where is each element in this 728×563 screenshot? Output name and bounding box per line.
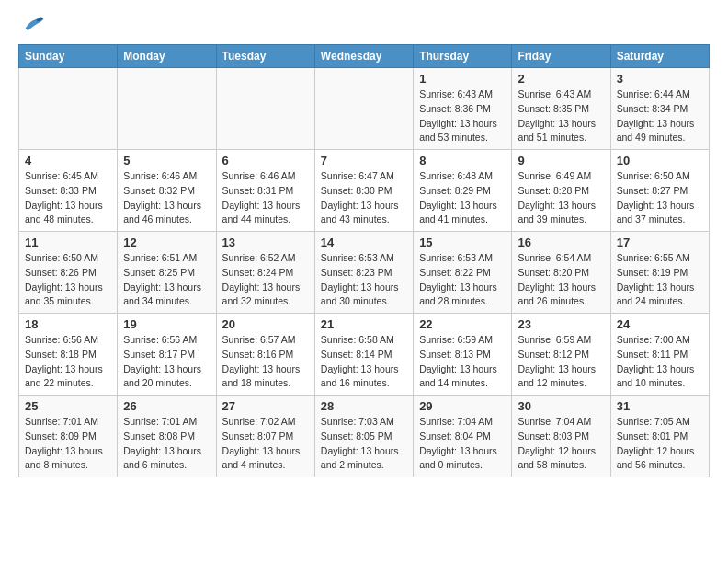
- cell-info: Sunrise: 6:51 AMSunset: 8:25 PMDaylight:…: [123, 251, 210, 309]
- cell-info: Sunrise: 7:02 AMSunset: 8:07 PMDaylight:…: [222, 415, 309, 473]
- cell-info: Sunrise: 6:56 AMSunset: 8:17 PMDaylight:…: [123, 333, 210, 391]
- weekday-header-sunday: Sunday: [19, 45, 118, 68]
- calendar-cell: 15 Sunrise: 6:53 AMSunset: 8:22 PMDaylig…: [414, 232, 512, 314]
- cell-day-number: 25: [25, 399, 111, 413]
- cell-day-number: 11: [25, 236, 111, 249]
- cell-info: Sunrise: 6:54 AMSunset: 8:20 PMDaylight:…: [518, 251, 604, 309]
- calendar-cell: [118, 68, 216, 150]
- calendar-cell: 30 Sunrise: 7:04 AMSunset: 8:03 PMDaylig…: [512, 396, 610, 477]
- cell-info: Sunrise: 6:58 AMSunset: 8:14 PMDaylight:…: [321, 333, 407, 391]
- cell-info: Sunrise: 7:04 AMSunset: 8:04 PMDaylight:…: [419, 415, 506, 473]
- cell-day-number: 27: [222, 399, 309, 413]
- cell-info: Sunrise: 7:05 AMSunset: 8:01 PMDaylight:…: [617, 415, 703, 473]
- cell-info: Sunrise: 6:55 AMSunset: 8:19 PMDaylight:…: [617, 251, 703, 309]
- calendar-cell: 5 Sunrise: 6:46 AMSunset: 8:32 PMDayligh…: [118, 150, 216, 232]
- calendar-table: SundayMondayTuesdayWednesdayThursdayFrid…: [18, 44, 710, 477]
- cell-info: Sunrise: 7:04 AMSunset: 8:03 PMDaylight:…: [518, 415, 604, 473]
- cell-day-number: 14: [321, 236, 407, 249]
- cell-day-number: 1: [419, 72, 506, 86]
- cell-day-number: 18: [25, 317, 111, 331]
- header: [18, 15, 710, 35]
- cell-day-number: 23: [518, 317, 604, 331]
- calendar-cell: 7 Sunrise: 6:47 AMSunset: 8:30 PMDayligh…: [314, 150, 413, 232]
- cell-info: Sunrise: 6:53 AMSunset: 8:23 PMDaylight:…: [321, 251, 407, 309]
- cell-day-number: 9: [518, 154, 604, 167]
- calendar-week-3: 11 Sunrise: 6:50 AMSunset: 8:26 PMDaylig…: [19, 232, 710, 314]
- cell-info: Sunrise: 6:45 AMSunset: 8:33 PMDaylight:…: [25, 169, 111, 227]
- cell-info: Sunrise: 7:01 AMSunset: 8:08 PMDaylight:…: [123, 415, 210, 473]
- cell-day-number: 20: [222, 317, 309, 331]
- cell-info: Sunrise: 6:59 AMSunset: 8:13 PMDaylight:…: [419, 333, 506, 391]
- cell-info: Sunrise: 6:50 AMSunset: 8:26 PMDaylight:…: [25, 251, 111, 309]
- calendar-cell: 8 Sunrise: 6:48 AMSunset: 8:29 PMDayligh…: [414, 150, 512, 232]
- calendar-cell: 12 Sunrise: 6:51 AMSunset: 8:25 PMDaylig…: [118, 232, 216, 314]
- calendar-cell: 28 Sunrise: 7:03 AMSunset: 8:05 PMDaylig…: [314, 396, 413, 477]
- calendar-cell: [216, 68, 314, 150]
- calendar-cell: 9 Sunrise: 6:49 AMSunset: 8:28 PMDayligh…: [512, 150, 610, 232]
- calendar-cell: 31 Sunrise: 7:05 AMSunset: 8:01 PMDaylig…: [610, 396, 709, 477]
- cell-info: Sunrise: 6:52 AMSunset: 8:24 PMDaylight:…: [222, 251, 309, 309]
- cell-day-number: 15: [419, 236, 506, 249]
- cell-info: Sunrise: 6:46 AMSunset: 8:31 PMDaylight:…: [222, 169, 309, 227]
- cell-day-number: 12: [123, 236, 210, 249]
- weekday-header-wednesday: Wednesday: [314, 45, 413, 68]
- cell-day-number: 30: [518, 399, 604, 413]
- calendar-cell: 3 Sunrise: 6:44 AMSunset: 8:34 PMDayligh…: [610, 68, 709, 150]
- cell-info: Sunrise: 7:03 AMSunset: 8:05 PMDaylight:…: [321, 415, 407, 473]
- weekday-header-monday: Monday: [118, 45, 216, 68]
- cell-info: Sunrise: 6:47 AMSunset: 8:30 PMDaylight:…: [321, 169, 407, 227]
- calendar-week-1: 1 Sunrise: 6:43 AMSunset: 8:36 PMDayligh…: [19, 68, 710, 150]
- cell-day-number: 10: [617, 154, 703, 167]
- calendar-week-5: 25 Sunrise: 7:01 AMSunset: 8:09 PMDaylig…: [19, 396, 710, 477]
- calendar-week-4: 18 Sunrise: 6:56 AMSunset: 8:18 PMDaylig…: [19, 314, 710, 396]
- cell-day-number: 2: [518, 72, 604, 86]
- calendar-cell: 14 Sunrise: 6:53 AMSunset: 8:23 PMDaylig…: [314, 232, 413, 314]
- cell-info: Sunrise: 6:59 AMSunset: 8:12 PMDaylight:…: [518, 333, 604, 391]
- cell-info: Sunrise: 6:53 AMSunset: 8:22 PMDaylight:…: [419, 251, 506, 309]
- calendar-cell: 24 Sunrise: 7:00 AMSunset: 8:11 PMDaylig…: [610, 314, 709, 396]
- calendar-cell: 22 Sunrise: 6:59 AMSunset: 8:13 PMDaylig…: [414, 314, 512, 396]
- weekday-header-tuesday: Tuesday: [216, 45, 314, 68]
- calendar-week-2: 4 Sunrise: 6:45 AMSunset: 8:33 PMDayligh…: [19, 150, 710, 232]
- cell-day-number: 22: [419, 317, 506, 331]
- cell-info: Sunrise: 7:01 AMSunset: 8:09 PMDaylight:…: [25, 415, 111, 473]
- calendar-cell: 18 Sunrise: 6:56 AMSunset: 8:18 PMDaylig…: [19, 314, 118, 396]
- cell-info: Sunrise: 6:56 AMSunset: 8:18 PMDaylight:…: [25, 333, 111, 391]
- calendar-cell: 2 Sunrise: 6:43 AMSunset: 8:35 PMDayligh…: [512, 68, 610, 150]
- cell-day-number: 24: [617, 317, 703, 331]
- cell-info: Sunrise: 6:44 AMSunset: 8:34 PMDaylight:…: [617, 87, 703, 145]
- cell-day-number: 29: [419, 399, 506, 413]
- cell-day-number: 8: [419, 154, 506, 167]
- calendar-cell: 21 Sunrise: 6:58 AMSunset: 8:14 PMDaylig…: [314, 314, 413, 396]
- cell-info: Sunrise: 6:48 AMSunset: 8:29 PMDaylight:…: [419, 169, 506, 227]
- cell-day-number: 26: [123, 399, 210, 413]
- cell-day-number: 4: [25, 154, 111, 167]
- calendar-cell: 29 Sunrise: 7:04 AMSunset: 8:04 PMDaylig…: [414, 396, 512, 477]
- calendar-cell: 4 Sunrise: 6:45 AMSunset: 8:33 PMDayligh…: [19, 150, 118, 232]
- cell-day-number: 3: [617, 72, 703, 86]
- cell-day-number: 19: [123, 317, 210, 331]
- calendar-body: 1 Sunrise: 6:43 AMSunset: 8:36 PMDayligh…: [19, 68, 710, 477]
- cell-day-number: 21: [321, 317, 407, 331]
- calendar-cell: 25 Sunrise: 7:01 AMSunset: 8:09 PMDaylig…: [19, 396, 118, 477]
- calendar-cell: 27 Sunrise: 7:02 AMSunset: 8:07 PMDaylig…: [216, 396, 314, 477]
- cell-info: Sunrise: 6:43 AMSunset: 8:36 PMDaylight:…: [419, 87, 506, 145]
- cell-day-number: 7: [321, 154, 407, 167]
- calendar-cell: 19 Sunrise: 6:56 AMSunset: 8:17 PMDaylig…: [118, 314, 216, 396]
- cell-day-number: 17: [617, 236, 703, 249]
- cell-day-number: 6: [222, 154, 309, 167]
- weekday-header-saturday: Saturday: [610, 45, 709, 68]
- cell-info: Sunrise: 6:57 AMSunset: 8:16 PMDaylight:…: [222, 333, 309, 391]
- cell-info: Sunrise: 7:00 AMSunset: 8:11 PMDaylight:…: [617, 333, 703, 391]
- calendar-cell: 20 Sunrise: 6:57 AMSunset: 8:16 PMDaylig…: [216, 314, 314, 396]
- cell-day-number: 16: [518, 236, 604, 249]
- calendar-cell: 6 Sunrise: 6:46 AMSunset: 8:31 PMDayligh…: [216, 150, 314, 232]
- cell-info: Sunrise: 6:46 AMSunset: 8:32 PMDaylight:…: [123, 169, 210, 227]
- cell-day-number: 13: [222, 236, 309, 249]
- cell-info: Sunrise: 6:43 AMSunset: 8:35 PMDaylight:…: [518, 87, 604, 145]
- weekday-header-row: SundayMondayTuesdayWednesdayThursdayFrid…: [19, 45, 710, 68]
- calendar-cell: 17 Sunrise: 6:55 AMSunset: 8:19 PMDaylig…: [610, 232, 709, 314]
- weekday-header-thursday: Thursday: [414, 45, 512, 68]
- cell-info: Sunrise: 6:49 AMSunset: 8:28 PMDaylight:…: [518, 169, 604, 227]
- calendar-cell: 26 Sunrise: 7:01 AMSunset: 8:08 PMDaylig…: [118, 396, 216, 477]
